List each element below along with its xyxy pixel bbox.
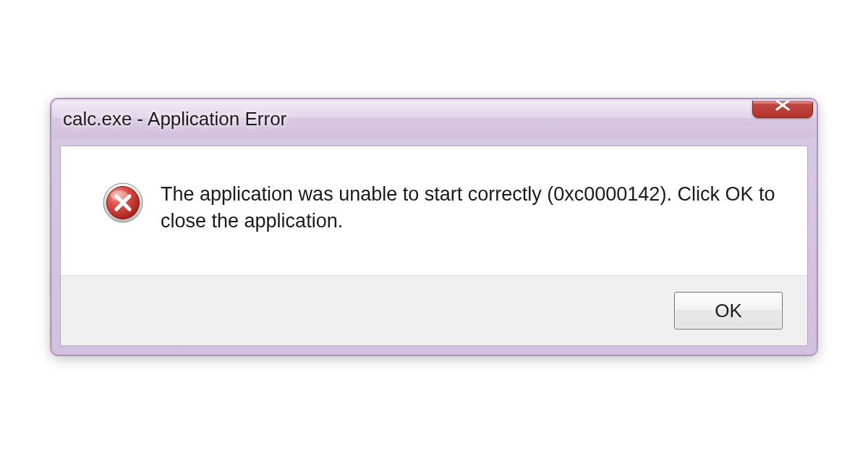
dialog-button-row: OK	[61, 275, 807, 345]
dialog-content: The application was unable to start corr…	[61, 146, 807, 276]
dialog-body-frame: The application was unable to start corr…	[60, 146, 808, 347]
close-icon	[773, 101, 792, 112]
ok-button[interactable]: OK	[674, 292, 783, 329]
dialog-body-outer: The application was unable to start corr…	[53, 138, 815, 354]
error-dialog: calc.exe - Application Error	[51, 98, 817, 356]
dialog-message: The application was unable to start corr…	[161, 181, 777, 235]
close-button[interactable]	[752, 101, 813, 118]
error-icon	[103, 182, 143, 223]
window-title: calc.exe - Application Error	[63, 108, 286, 130]
dialog-inner: calc.exe - Application Error	[53, 101, 815, 354]
titlebar[interactable]: calc.exe - Application Error	[53, 101, 815, 138]
